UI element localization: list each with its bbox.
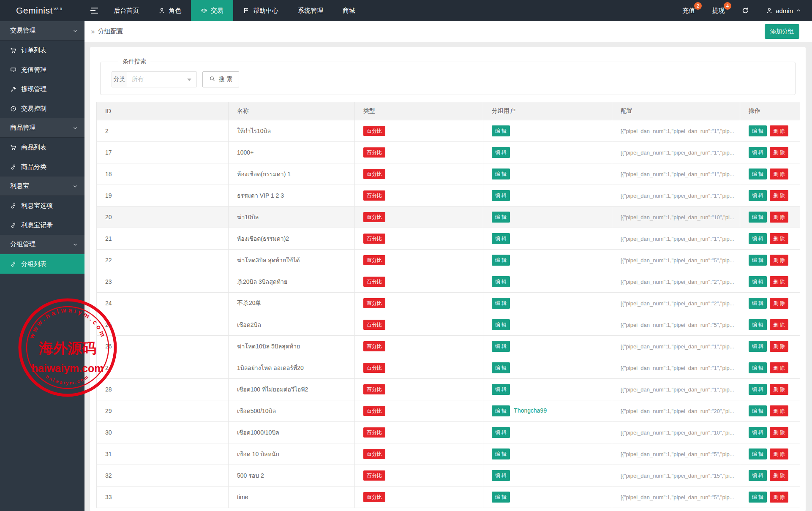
- row-delete-button[interactable]: 删 除: [770, 276, 788, 287]
- table-row: 22ฆ่าโหด3บิล สุดท้ายใช้ได้百分比编 辑[{"pipei…: [97, 250, 800, 271]
- sidebar-item-trade-control[interactable]: 交易控制: [0, 99, 84, 118]
- row-edit-button[interactable]: 编 辑: [749, 341, 767, 352]
- cell-id: 26: [97, 336, 229, 357]
- sidebar-item-order-list[interactable]: 订单列表: [0, 41, 84, 60]
- sidebar-item-label: 充值管理: [21, 66, 46, 74]
- sidebar-item-lixibao-options[interactable]: 利息宝选项: [0, 196, 84, 215]
- recharge-nav-button[interactable]: 充值 2: [674, 0, 703, 21]
- row-delete-button[interactable]: 删 除: [770, 233, 788, 244]
- row-delete-button[interactable]: 删 除: [770, 470, 788, 481]
- group-user-edit-button[interactable]: 编 辑: [492, 341, 510, 352]
- group-user-edit-button[interactable]: 编 辑: [492, 212, 510, 223]
- row-edit-button[interactable]: 编 辑: [749, 190, 767, 201]
- row-edit-button[interactable]: 编 辑: [749, 233, 767, 244]
- row-delete-button[interactable]: 删 除: [770, 298, 788, 309]
- row-edit-button[interactable]: 编 辑: [749, 362, 767, 373]
- row-edit-button[interactable]: 编 辑: [749, 319, 767, 330]
- row-edit-button[interactable]: 编 辑: [749, 470, 767, 481]
- sidebar-item-group-list[interactable]: 分组列表: [0, 254, 84, 274]
- row-edit-button[interactable]: 编 辑: [749, 212, 767, 223]
- row-delete-button[interactable]: 删 除: [770, 147, 788, 158]
- sidebar-section-goods-manage[interactable]: 商品管理: [0, 118, 84, 138]
- row-delete-button[interactable]: 删 除: [770, 190, 788, 201]
- row-delete-button[interactable]: 删 除: [770, 362, 788, 373]
- sidebar-item-withdraw-manage[interactable]: 提现管理: [0, 79, 84, 99]
- cell-id: 31: [97, 443, 229, 465]
- row-delete-button[interactable]: 删 除: [770, 384, 788, 395]
- group-user-edit-button[interactable]: 编 辑: [492, 427, 510, 438]
- topnav-item-mall[interactable]: 商城: [333, 0, 365, 21]
- refresh-button[interactable]: [733, 0, 758, 21]
- sidebar-item-goods-list[interactable]: 商品列表: [0, 138, 84, 157]
- search-button-label: 搜 索: [219, 76, 232, 83]
- row-delete-button[interactable]: 删 除: [770, 448, 788, 459]
- sidebar-item-goods-category[interactable]: 商品分类: [0, 157, 84, 177]
- row-edit-button[interactable]: 编 辑: [749, 276, 767, 287]
- cell-config: [{"pipei_dan_num":1,"pipei_dan_run":"10"…: [612, 422, 740, 443]
- group-user-edit-button[interactable]: 编 辑: [492, 255, 510, 266]
- menu-toggle-icon[interactable]: [84, 0, 104, 21]
- cell-config: [{"pipei_dan_num":1,"pipei_dan_run":"1",…: [612, 336, 740, 357]
- chevron-down-icon: [73, 184, 78, 189]
- row-delete-button[interactable]: 删 除: [770, 319, 788, 330]
- group-user-edit-button[interactable]: 编 辑: [492, 405, 510, 416]
- sidebar-section-trade-manage[interactable]: 交易管理: [0, 21, 84, 41]
- cell-group-user: 编 辑: [483, 207, 612, 228]
- group-user-edit-button[interactable]: 编 辑: [492, 319, 510, 330]
- withdraw-nav-button[interactable]: 提现 4: [703, 0, 733, 21]
- row-delete-button[interactable]: 删 除: [770, 169, 788, 179]
- cell-name: time: [229, 487, 355, 508]
- sidebar-item-recharge-manage[interactable]: 充值管理: [0, 60, 84, 79]
- config-text: [{"pipei_dan_num":1,"pipei_dan_run":"5",…: [621, 322, 734, 328]
- group-user-edit-button[interactable]: 编 辑: [492, 492, 510, 503]
- row-edit-button[interactable]: 编 辑: [749, 298, 767, 309]
- row-delete-button[interactable]: 删 除: [770, 427, 788, 438]
- category-select[interactable]: 所有: [127, 72, 196, 87]
- row-delete-button[interactable]: 删 除: [770, 255, 788, 266]
- config-text: [{"pipei_dan_num":1,"pipei_dan_run":"2",…: [621, 300, 734, 307]
- row-edit-button[interactable]: 编 辑: [749, 405, 767, 416]
- topnav-item-system-manage[interactable]: 系统管理: [288, 0, 333, 21]
- row-edit-button[interactable]: 编 辑: [749, 448, 767, 459]
- withdraw-count-badge: 4: [724, 2, 731, 10]
- sidebar-section-lixibao[interactable]: 利息宝: [0, 177, 84, 196]
- row-delete-button[interactable]: 删 除: [770, 405, 788, 416]
- row-edit-button[interactable]: 编 辑: [749, 255, 767, 266]
- group-user-edit-button[interactable]: 编 辑: [492, 362, 510, 373]
- row-delete-button[interactable]: 删 除: [770, 492, 788, 503]
- row-edit-button[interactable]: 编 辑: [749, 427, 767, 438]
- topnav-item-help-center[interactable]: 帮助中心: [233, 0, 288, 21]
- row-edit-button[interactable]: 编 辑: [749, 169, 767, 179]
- row-edit-button[interactable]: 编 辑: [749, 492, 767, 503]
- topnav-item-trade[interactable]: 交易: [191, 0, 233, 21]
- search-button[interactable]: 搜 索: [202, 71, 239, 87]
- group-user-edit-button[interactable]: 编 辑: [492, 470, 510, 481]
- group-user-edit-button[interactable]: 编 辑: [492, 384, 510, 395]
- row-edit-button[interactable]: 编 辑: [749, 384, 767, 395]
- admin-menu[interactable]: admin: [758, 0, 812, 21]
- group-user-edit-button[interactable]: 编 辑: [492, 190, 510, 201]
- topnav-item-role[interactable]: 角色: [149, 0, 191, 21]
- add-group-button[interactable]: 添加分组: [765, 24, 799, 39]
- group-user-edit-button[interactable]: 编 辑: [492, 147, 510, 158]
- row-edit-button[interactable]: 编 辑: [749, 125, 767, 136]
- config-text: [{"pipei_dan_num":1,"pipei_dan_run":"1",…: [621, 236, 734, 242]
- row-delete-button[interactable]: 删 除: [770, 341, 788, 352]
- group-user-link[interactable]: Thongcha99: [514, 407, 547, 414]
- row-delete-button[interactable]: 删 除: [770, 125, 788, 136]
- type-badge: 百分比: [363, 449, 385, 459]
- sidebar-item-lixibao-records[interactable]: 利息宝记录: [0, 215, 84, 235]
- group-user-edit-button[interactable]: 编 辑: [492, 448, 510, 459]
- sidebar-section-group-manage[interactable]: 分组管理: [0, 235, 84, 254]
- group-user-edit-button[interactable]: 编 辑: [492, 169, 510, 179]
- group-user-edit-button[interactable]: 编 辑: [492, 233, 510, 244]
- group-user-edit-button[interactable]: 编 辑: [492, 298, 510, 309]
- cell-group-user: 编 辑: [483, 293, 612, 314]
- row-delete-button[interactable]: 删 除: [770, 212, 788, 223]
- topnav-item-home[interactable]: 后台首页: [104, 0, 149, 21]
- topnav-item-label: 后台首页: [114, 7, 139, 15]
- type-badge: 百分比: [363, 147, 385, 158]
- group-user-edit-button[interactable]: 编 辑: [492, 276, 510, 287]
- group-user-edit-button[interactable]: 编 辑: [492, 125, 510, 136]
- row-edit-button[interactable]: 编 辑: [749, 147, 767, 158]
